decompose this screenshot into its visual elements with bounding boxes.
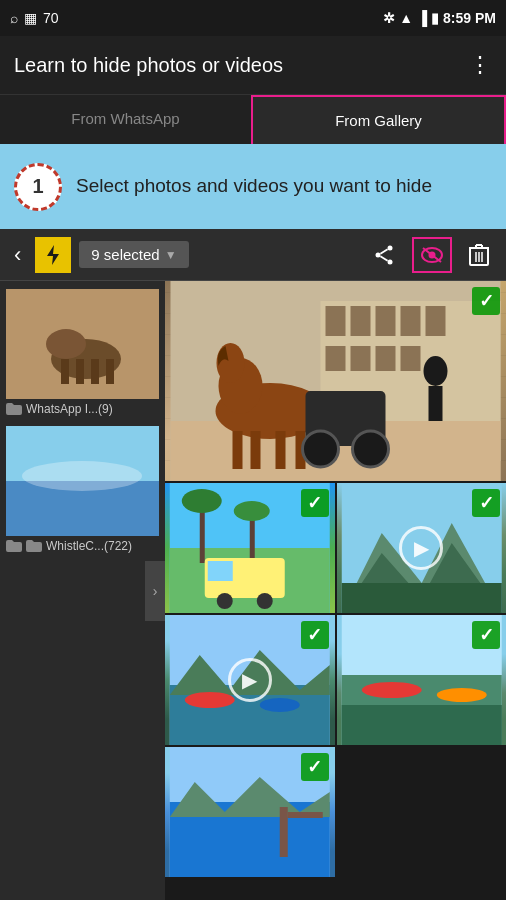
play-button-boats[interactable]: ▶ [228, 658, 272, 702]
svg-point-60 [257, 593, 273, 609]
folder-icon-2 [6, 540, 22, 552]
folder-thumbnail-whatsapp: 9 [6, 289, 159, 399]
battery-level: 70 [43, 10, 59, 26]
svg-marker-0 [47, 245, 59, 265]
status-bar: ⌕ ▦ 70 ✲ ▲ ▐ ▮ 8:59 PM [0, 0, 506, 36]
photo-cell-boats[interactable]: ▶ ✓ [165, 615, 335, 745]
svg-point-68 [185, 692, 235, 708]
selection-check-main: ✓ [472, 287, 500, 315]
folder-icon-button[interactable] [35, 237, 71, 273]
svg-point-26 [22, 461, 142, 491]
svg-point-72 [361, 682, 421, 698]
gallery-area: ‹ 9 selected ▼ [0, 229, 506, 900]
svg-rect-35 [351, 346, 371, 371]
photo-grid: ✓ ✓ [165, 281, 506, 900]
hide-button[interactable] [412, 237, 452, 273]
dropdown-arrow-icon: ▼ [165, 248, 177, 262]
svg-rect-36 [376, 346, 396, 371]
svg-rect-58 [208, 561, 233, 581]
eye-icon [420, 245, 444, 265]
svg-rect-23 [106, 359, 114, 384]
top-bar: Learn to hide photos or videos ⋮ [0, 36, 506, 94]
svg-line-4 [380, 249, 387, 254]
thumbnail-image-2 [6, 426, 159, 536]
svg-rect-37 [401, 346, 421, 371]
svg-point-56 [234, 501, 270, 521]
selection-check-palm: ✓ [301, 489, 329, 517]
tab-bar: From WhatsApp From Gallery [0, 94, 506, 144]
svg-rect-78 [280, 807, 288, 857]
svg-rect-64 [341, 583, 501, 613]
play-button-mountain[interactable]: ▶ [399, 526, 443, 570]
thumbnail-image [6, 289, 159, 399]
photo-cell-palm[interactable]: ✓ [165, 483, 335, 613]
delete-icon [468, 243, 490, 267]
tab-gallery[interactable]: From Gallery [251, 95, 506, 144]
photo-cell-coast[interactable]: ✓ [337, 615, 507, 745]
selection-check-boats: ✓ [301, 621, 329, 649]
folder-sidebar: 9 WhatsApp I. [0, 281, 165, 900]
svg-point-73 [436, 688, 486, 702]
svg-rect-32 [401, 306, 421, 336]
time-display: 8:59 PM [443, 10, 496, 26]
svg-rect-79 [288, 812, 323, 818]
svg-rect-74 [341, 705, 501, 745]
tab-whatsapp[interactable]: From WhatsApp [0, 95, 251, 144]
selection-check-coast: ✓ [472, 621, 500, 649]
delete-button[interactable] [460, 239, 498, 271]
horse-photo [165, 281, 506, 481]
sidebar-collapse-button[interactable]: › [145, 561, 165, 621]
folder-icon [6, 403, 22, 415]
svg-rect-34 [326, 346, 346, 371]
svg-rect-22 [91, 359, 99, 384]
step-number: 1 [14, 163, 62, 211]
sidebar-folder-whatsapp[interactable]: 9 WhatsApp I. [0, 285, 165, 420]
folder-thumbnail-whistle [6, 426, 159, 536]
svg-point-69 [260, 698, 300, 712]
selection-check-lake: ✓ [301, 753, 329, 781]
svg-rect-50 [429, 386, 443, 421]
bluetooth-icon: ✲ [383, 10, 395, 26]
share-button[interactable] [364, 239, 404, 271]
image-icon: ▦ [24, 10, 37, 26]
svg-line-5 [380, 256, 387, 261]
selection-check-mountain: ✓ [472, 489, 500, 517]
svg-rect-31 [376, 306, 396, 336]
folder-label-whatsapp: WhatsApp I...(9) [6, 402, 159, 416]
svg-rect-33 [426, 306, 446, 336]
svg-rect-42 [233, 431, 243, 469]
svg-point-59 [217, 593, 233, 609]
svg-rect-44 [276, 431, 286, 469]
folder-icon-3 [26, 540, 42, 552]
svg-point-2 [376, 252, 381, 257]
share-icon [372, 243, 396, 267]
photo-cell-lake[interactable]: ✓ [165, 747, 335, 877]
info-banner: 1 Select photos and videos you want to h… [0, 144, 506, 229]
sidebar-folder-whistle[interactable]: WhistleC...(722) [0, 422, 165, 557]
overflow-menu-button[interactable]: ⋮ [469, 52, 492, 78]
info-text: Select photos and videos you want to hid… [76, 174, 432, 199]
svg-rect-43 [251, 431, 261, 469]
selected-count-badge[interactable]: 9 selected ▼ [79, 241, 188, 268]
status-right-icons: ✲ ▲ ▐ ▮ 8:59 PM [383, 10, 496, 26]
svg-point-48 [353, 431, 389, 467]
svg-point-49 [424, 356, 448, 386]
photo-cell-mountain[interactable]: ▶ ✓ [337, 483, 507, 613]
svg-point-19 [46, 329, 86, 359]
photo-cell-horse[interactable]: ✓ [165, 281, 506, 481]
svg-point-1 [388, 245, 393, 250]
lightning-icon [41, 243, 65, 267]
gallery-content: 9 WhatsApp I. [0, 281, 506, 900]
svg-rect-20 [61, 359, 69, 384]
status-left-icons: ⌕ ▦ 70 [10, 10, 59, 26]
signal-icon: ▐ [417, 10, 427, 26]
svg-point-3 [388, 259, 393, 264]
back-button[interactable]: ‹ [8, 238, 27, 272]
svg-rect-30 [351, 306, 371, 336]
svg-point-41 [217, 343, 245, 383]
selected-count-text: 9 selected [91, 246, 159, 263]
svg-point-47 [303, 431, 339, 467]
svg-point-54 [182, 489, 222, 513]
svg-rect-29 [326, 306, 346, 336]
battery-icon: ▮ [431, 10, 439, 26]
